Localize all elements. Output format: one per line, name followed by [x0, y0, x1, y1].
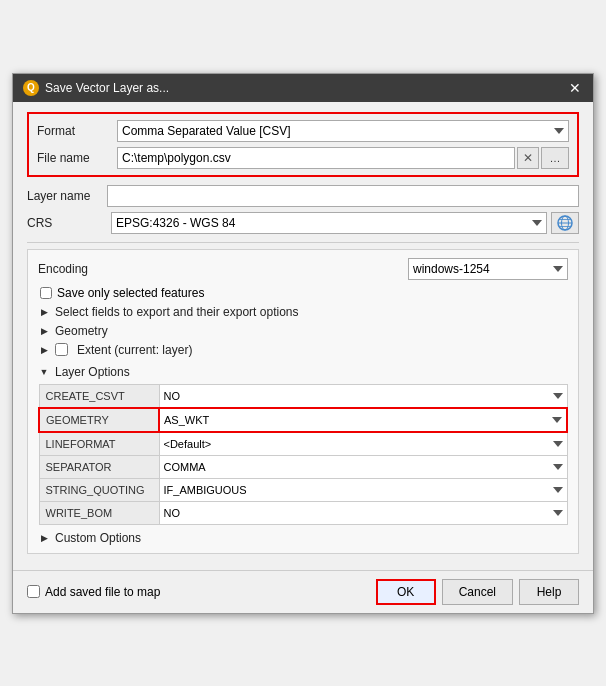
close-button[interactable]: ✕ — [567, 81, 583, 95]
extent-checkbox[interactable] — [55, 343, 68, 356]
encoding-label: Encoding — [38, 262, 408, 276]
table-row: LINEFORMAT <Default> — [39, 432, 567, 456]
extent-expand-icon: ▶ — [38, 344, 50, 356]
layername-row: Layer name — [27, 185, 579, 207]
lineformat-key: LINEFORMAT — [39, 432, 159, 456]
crs-select[interactable]: EPSG:4326 - WGS 84 — [111, 212, 547, 234]
separator — [27, 242, 579, 243]
geometry-key: GEOMETRY — [39, 408, 159, 432]
add-to-map-label: Add saved file to map — [45, 585, 160, 599]
layer-options-expand-icon: ▼ — [38, 366, 50, 378]
separator-key: SEPARATOR — [39, 455, 159, 478]
filename-input[interactable] — [117, 147, 515, 169]
table-row: STRING_QUOTING IF_AMBIGUOUS — [39, 478, 567, 501]
table-row: WRITE_BOM NO — [39, 501, 567, 524]
layername-label: Layer name — [27, 189, 107, 203]
geometry-expand-icon: ▶ — [38, 325, 50, 337]
create-csvt-key: CREATE_CSVT — [39, 384, 159, 408]
save-selected-checkbox[interactable] — [40, 287, 52, 299]
format-select[interactable]: Comma Separated Value [CSV] — [117, 120, 569, 142]
separator-select[interactable]: COMMA — [160, 456, 567, 478]
filename-row: File name ✕ … — [37, 147, 569, 169]
geometry-label: Geometry — [55, 324, 108, 338]
extent-row[interactable]: ▶ Extent (current: layer) — [38, 343, 568, 357]
title-bar: Q Save Vector Layer as... ✕ — [13, 74, 593, 102]
file-clear-button[interactable]: ✕ — [517, 147, 539, 169]
custom-options-label: Custom Options — [55, 531, 141, 545]
crs-label: CRS — [27, 216, 107, 230]
string-quoting-key: STRING_QUOTING — [39, 478, 159, 501]
geometry-value-cell: AS_WKT — [159, 408, 567, 432]
file-input-group: ✕ … — [117, 147, 569, 169]
footer-right: OK Cancel Help — [376, 579, 579, 605]
encoding-select[interactable]: windows-1254 — [408, 258, 568, 280]
options-panel: Encoding windows-1254 Save only selected… — [27, 249, 579, 554]
table-row: CREATE_CSVT NO — [39, 384, 567, 408]
dialog-body: Format Comma Separated Value [CSV] File … — [13, 102, 593, 570]
layer-options-header[interactable]: ▼ Layer Options — [38, 365, 568, 379]
format-filename-section: Format Comma Separated Value [CSV] File … — [27, 112, 579, 177]
ok-button[interactable]: OK — [376, 579, 436, 605]
create-csvt-select[interactable]: NO — [160, 385, 567, 407]
write-bom-value-cell: NO — [159, 501, 567, 524]
file-browse-button[interactable]: … — [541, 147, 569, 169]
table-row: SEPARATOR COMMA — [39, 455, 567, 478]
write-bom-select[interactable]: NO — [160, 502, 567, 524]
layer-options-section: ▼ Layer Options CREATE_CSVT NO GEOMETRY — [38, 365, 568, 525]
layer-options-label: Layer Options — [55, 365, 130, 379]
crs-row: CRS EPSG:4326 - WGS 84 — [27, 212, 579, 234]
lineformat-value-cell: <Default> — [159, 432, 567, 456]
format-row: Format Comma Separated Value [CSV] — [37, 120, 569, 142]
format-label: Format — [37, 124, 117, 138]
app-icon: Q — [23, 80, 39, 96]
write-bom-key: WRITE_BOM — [39, 501, 159, 524]
dialog-title: Save Vector Layer as... — [45, 81, 169, 95]
help-button[interactable]: Help — [519, 579, 579, 605]
geometry-option-row: GEOMETRY AS_WKT — [39, 408, 567, 432]
cancel-button[interactable]: Cancel — [442, 579, 513, 605]
custom-options-expand-icon: ▶ — [38, 532, 50, 544]
create-csvt-value-cell: NO — [159, 384, 567, 408]
select-fields-row[interactable]: ▶ Select fields to export and their expo… — [38, 305, 568, 319]
layer-options-table: CREATE_CSVT NO GEOMETRY AS_WKT — [38, 384, 568, 525]
geometry-select[interactable]: AS_WKT — [160, 409, 566, 431]
footer-left: Add saved file to map — [27, 585, 370, 599]
save-selected-label: Save only selected features — [57, 286, 204, 300]
custom-options-row[interactable]: ▶ Custom Options — [38, 531, 568, 545]
save-selected-row: Save only selected features — [38, 286, 568, 300]
string-quoting-select[interactable]: IF_AMBIGUOUS — [160, 479, 567, 501]
dialog-footer: Add saved file to map OK Cancel Help — [13, 570, 593, 613]
encoding-row: Encoding windows-1254 — [38, 258, 568, 280]
globe-icon — [556, 214, 574, 232]
filename-label: File name — [37, 151, 117, 165]
string-quoting-value-cell: IF_AMBIGUOUS — [159, 478, 567, 501]
title-bar-left: Q Save Vector Layer as... — [23, 80, 169, 96]
save-vector-dialog: Q Save Vector Layer as... ✕ Format Comma… — [12, 73, 594, 614]
separator-value-cell: COMMA — [159, 455, 567, 478]
geometry-row[interactable]: ▶ Geometry — [38, 324, 568, 338]
layername-input[interactable] — [107, 185, 579, 207]
add-to-map-checkbox[interactable] — [27, 585, 40, 598]
lineformat-select[interactable]: <Default> — [160, 433, 567, 455]
extent-label: Extent (current: layer) — [77, 343, 192, 357]
crs-globe-button[interactable] — [551, 212, 579, 234]
select-fields-expand-icon: ▶ — [38, 306, 50, 318]
select-fields-label: Select fields to export and their export… — [55, 305, 298, 319]
